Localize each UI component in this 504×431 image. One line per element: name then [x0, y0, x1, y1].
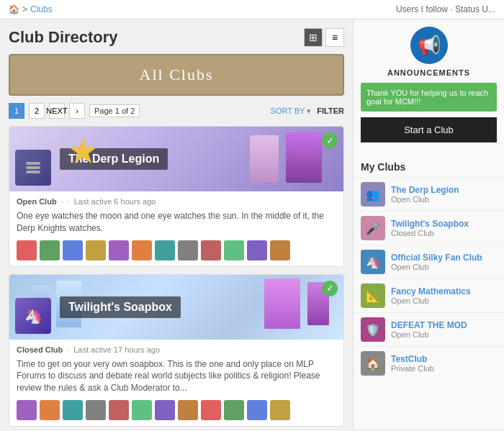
my-club-type: Private Club	[391, 364, 497, 373]
member-avatar	[40, 240, 60, 260]
my-club-avatar: 📐	[361, 283, 385, 308]
club-body-derp: Open Club · · Last active 6 hours ago On…	[9, 191, 343, 266]
grid-view-button[interactable]: ⊞	[304, 28, 323, 47]
page-header: Club Directory ⊞ ≡	[9, 28, 344, 47]
my-club-info: Fancy MathematicsOpen Club	[391, 286, 497, 305]
member-avatar	[201, 400, 221, 420]
my-clubs-section: My Clubs 👥The Derp LegionOpen Club🎤Twili…	[354, 157, 504, 380]
club-checkmark-derp: ✓	[322, 132, 338, 148]
my-clubs-list: 👥The Derp LegionOpen Club🎤Twilight's Soa…	[354, 177, 504, 380]
club-type-derp: Open Club	[17, 197, 57, 206]
club-avatar-derp	[15, 150, 51, 186]
announcements-icon: 📢	[410, 27, 448, 64]
my-club-avatar: 🛡️	[361, 317, 385, 342]
start-club-button[interactable]: Start a Club	[361, 117, 497, 142]
member-avatar	[109, 240, 129, 260]
member-avatar	[247, 240, 267, 260]
member-avatar	[155, 400, 175, 420]
my-clubs-title: My Clubs	[354, 157, 504, 177]
my-club-type: Open Club	[391, 195, 497, 204]
member-avatar	[270, 400, 290, 420]
club-members-derp	[17, 240, 336, 260]
sort-button[interactable]: SORT BY ▾	[271, 106, 312, 116]
my-club-name[interactable]: Official Silky Fan Club	[391, 253, 497, 263]
my-club-item: 🛡️DEFEAT THE MODOpen Club	[354, 312, 504, 346]
my-club-name[interactable]: DEFEAT THE MOD	[391, 320, 497, 330]
club-body-twilight: Closed Club · Last active 17 hours ago T…	[9, 340, 343, 426]
member-avatar	[201, 240, 221, 260]
member-avatar	[63, 400, 83, 420]
page-dropdown[interactable]: Page 1 of 2	[89, 104, 140, 117]
page-2-button[interactable]: 2	[29, 103, 45, 119]
my-club-item: 🏠TestClubPrivate Club	[354, 346, 504, 380]
club-card-twilight: 🦄 Twilight's Soapbox ✓ Closed Club · Las…	[9, 274, 344, 427]
my-club-name[interactable]: The Derp Legion	[391, 185, 497, 195]
star-decoration: ★	[67, 130, 99, 172]
member-avatar	[63, 240, 83, 260]
next-arrow-button[interactable]: ›	[69, 103, 85, 119]
member-avatar	[86, 400, 106, 420]
announcements-section: 📢 ANNOUNCEMENTS Thank YOU for helping us…	[354, 19, 504, 157]
my-club-avatar: 👥	[361, 182, 385, 207]
announcement-message: Thank YOU for helping us to reach goal f…	[361, 83, 497, 112]
sort-filter: SORT BY ▾ FILTER	[271, 106, 344, 116]
my-club-type: Open Club	[391, 263, 497, 271]
member-avatar	[247, 400, 267, 420]
member-avatar	[224, 400, 244, 420]
member-avatar	[155, 240, 175, 260]
my-club-name[interactable]: Twilight's Soapbox	[391, 219, 497, 229]
my-club-avatar: 🦄	[361, 250, 385, 274]
my-club-type: Open Club	[391, 296, 497, 305]
top-bar: 🏠 > Clubs Users I follow · Status U...	[0, 0, 504, 19]
my-club-name[interactable]: TestClub	[391, 354, 497, 364]
club-dot3: ·	[67, 345, 69, 354]
my-club-item: 👥The Derp LegionOpen Club	[354, 177, 504, 211]
page-title: Club Directory	[9, 28, 118, 47]
megaphone-icon: 📢	[418, 35, 441, 57]
purple-shape2	[250, 135, 279, 182]
member-avatar	[132, 400, 152, 420]
purple-shape	[286, 132, 322, 183]
pagination: 1 2 NEXT › Page 1 of 2 SORT BY ▾ FILTER	[9, 103, 344, 119]
home-icon[interactable]: 🏠	[9, 4, 19, 14]
my-club-info: DEFEAT THE MODOpen Club	[391, 320, 497, 339]
my-club-avatar: 🎤	[361, 216, 385, 240]
next-button[interactable]: NEXT	[49, 103, 65, 119]
clubs-link[interactable]: Clubs	[30, 4, 53, 14]
club-members-twilight	[17, 400, 336, 420]
list-view-button[interactable]: ≡	[325, 28, 344, 47]
right-panel: 📢 ANNOUNCEMENTS Thank YOU for helping us…	[353, 19, 504, 429]
member-avatar	[109, 400, 129, 420]
club-banner-twilight: 🦄 Twilight's Soapbox ✓	[9, 275, 343, 340]
club-banner-derp: ★ The Derp Legion ✓	[9, 127, 343, 191]
club-desc-derp: One eye watches the moon and one eye wat…	[17, 210, 336, 235]
club-type-twilight: Closed Club	[17, 345, 63, 354]
club-meta-derp: Open Club · · Last active 6 hours ago	[17, 197, 336, 206]
club-name-twilight[interactable]: Twilight's Soapbox	[60, 296, 181, 318]
breadcrumb-separator: >	[22, 4, 27, 14]
member-avatar	[17, 240, 37, 260]
announcements-title: ANNOUNCEMENTS	[361, 68, 497, 77]
my-club-type: Open Club	[391, 330, 497, 339]
my-club-name[interactable]: Fancy Mathematics	[391, 286, 497, 296]
page-1-button[interactable]: 1	[9, 103, 24, 119]
left-panel: Club Directory ⊞ ≡ All Clubs 1 2 NEXT › …	[0, 19, 353, 429]
my-club-item: 🎤Twilight's SoapboxClosed Club	[354, 211, 504, 245]
club-meta-twilight: Closed Club · Last active 17 hours ago	[17, 345, 336, 354]
filter-button[interactable]: FILTER	[317, 106, 344, 116]
member-avatar	[224, 240, 244, 260]
member-avatar	[178, 400, 198, 420]
member-avatar	[132, 240, 152, 260]
member-avatar	[17, 400, 37, 420]
club-card-derp-legion: ★ The Derp Legion ✓ Open Club ·	[9, 126, 344, 267]
my-club-info: The Derp LegionOpen Club	[391, 185, 497, 204]
club-last-active-twilight: Last active 17 hours ago	[73, 345, 160, 354]
all-clubs-banner: All Clubs	[9, 54, 344, 96]
member-avatar	[86, 240, 106, 260]
my-club-item: 🦄Official Silky Fan ClubOpen Club	[354, 245, 504, 278]
member-avatar	[40, 400, 60, 420]
club-checkmark-twilight: ✓	[322, 281, 338, 296]
main-layout: Club Directory ⊞ ≡ All Clubs 1 2 NEXT › …	[0, 19, 504, 429]
my-club-item: 📐Fancy MathematicsOpen Club	[354, 278, 504, 312]
view-toggle: ⊞ ≡	[304, 28, 344, 47]
